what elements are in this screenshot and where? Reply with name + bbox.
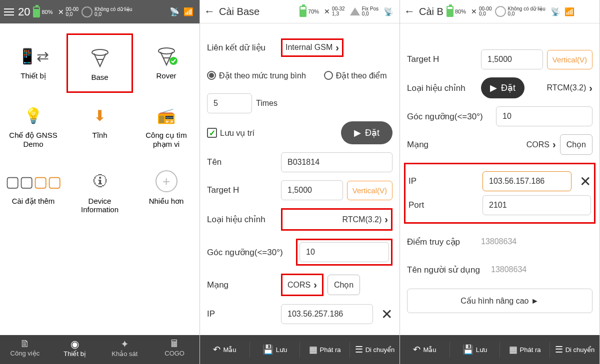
angle-label: Góc ngưỡng(<=30°)	[207, 247, 292, 258]
signal-icon: 📶	[184, 7, 194, 16]
status-bar: 20 80% ✕ 00-000,0 Không có dữ liệu0,0 📡 …	[0, 0, 200, 23]
tool-save[interactable]: 💾Lưu	[250, 342, 300, 357]
datalink-label: Liên kết dữ liệu	[207, 42, 277, 53]
access-point-label: Điểm truy cập	[407, 237, 477, 247]
name-label: Tên	[207, 157, 277, 167]
chevron-right-icon: ›	[552, 139, 556, 150]
tab-cogo[interactable]: 🖩COGO	[150, 335, 200, 364]
correction-select[interactable]: RTCM(3.2)›	[528, 82, 592, 94]
circle-icon	[82, 6, 92, 17]
svg-point-4	[170, 57, 178, 65]
choose-button[interactable]: Chọn	[560, 134, 592, 155]
tool-move[interactable]: ☰Di chuyển	[550, 342, 600, 357]
antenna-icon: 📡	[384, 7, 394, 16]
ip-label: IP	[408, 176, 478, 186]
grid-item-settings[interactable]: ▢▢▢▢Cài đặt thêm	[0, 159, 66, 224]
list-icon: ☰	[355, 344, 363, 355]
target-input[interactable]: 1,5000	[481, 49, 543, 69]
sat-count: 20	[18, 5, 30, 18]
tool-save[interactable]: 💾Lưu	[450, 342, 500, 357]
target-input[interactable]: 1,5000	[281, 180, 343, 200]
menu-icon[interactable]	[4, 8, 14, 15]
angle-input[interactable]: 10	[300, 242, 389, 262]
advanced-config[interactable]: Cấu hình nâng cao ►	[407, 289, 592, 313]
set-button[interactable]: ▶Đặt	[341, 121, 392, 144]
bottom-toolbar: ↶Mẫu 💾Lưu ▦Phát ra ☰Di chuyển	[200, 335, 400, 364]
status-bar: ← Cài B 80% ✕ 00-000,0 Không có dữ liệu0…	[400, 0, 600, 23]
satellite-icon: ✕	[471, 7, 477, 15]
chevron-right-icon: ›	[314, 279, 317, 291]
radio-average[interactable]: Đặt theo mức trung bình	[207, 71, 306, 80]
undo-icon: ↶	[413, 344, 420, 355]
vertical-button[interactable]: Vertical(V)	[347, 181, 392, 200]
clear-icon[interactable]: ✕	[381, 306, 392, 323]
save-icon: 💾	[462, 344, 474, 355]
triangle-icon	[350, 7, 360, 15]
grid-item-info[interactable]: 🛈Device Information	[66, 159, 133, 224]
grid-item-static[interactable]: ⬇Tĩnh	[66, 93, 133, 159]
back-icon[interactable]: ←	[404, 5, 415, 18]
grid-item-device[interactable]: 📱⇄Thiết bị	[0, 33, 66, 93]
target-label: Target H	[207, 185, 277, 195]
qr-icon: ▦	[509, 344, 518, 355]
target-label: Target H	[407, 54, 477, 64]
grid-item-range[interactable]: 📻Công cụ tìm phạm vi	[133, 93, 200, 159]
datalink-select[interactable]: Internal GSM›	[281, 38, 344, 57]
angle-label: Góc ngưỡng(<=30°)	[407, 111, 492, 122]
bottom-nav: 🗎Công việc ◉Thiết bị ✦Khảo sát 🖩COGO	[0, 335, 200, 364]
grid-item-rover[interactable]: Rover	[133, 33, 200, 93]
tool-broadcast[interactable]: ▦Phát ra	[300, 342, 350, 357]
tab-device[interactable]: ◉Thiết bị	[50, 335, 100, 364]
qr-icon: ▦	[309, 344, 318, 355]
ip-input[interactable]: 103.56.157.186	[482, 171, 572, 191]
access-point-value: 13808634	[481, 237, 516, 246]
back-icon[interactable]: ←	[204, 5, 215, 18]
status-bar: ← Cài Base 70% ✕ 00-321,3 Fix Pos0,0 📡	[200, 0, 400, 23]
save-pos-check[interactable]: ✓Lưu vụ trí	[207, 128, 254, 138]
tool-move[interactable]: ☰Di chuyển	[350, 342, 400, 357]
network-select[interactable]: CORS›	[281, 274, 324, 296]
username-label: Tên người sử dụng	[407, 265, 487, 275]
choose-button[interactable]: Chọn	[328, 275, 360, 295]
tool-template[interactable]: ↶Mẫu	[400, 342, 450, 357]
save-icon: 💾	[262, 344, 274, 355]
undo-icon: ↶	[213, 344, 220, 355]
correction-select[interactable]: RTCM(3.2)›	[281, 208, 392, 231]
list-icon: ☰	[555, 344, 563, 355]
port-input[interactable]: 2101	[482, 195, 591, 215]
chevron-right-icon: ›	[589, 82, 592, 94]
satellite-icon: ✕	[324, 7, 330, 15]
battery-icon	[300, 6, 306, 17]
satellite-icon: ✕	[58, 8, 64, 16]
play-icon: ▶	[354, 127, 361, 138]
set-button[interactable]: ▶Đặt	[481, 77, 524, 98]
antenna-icon: 📡	[550, 7, 560, 16]
username-value: 13808634	[491, 265, 526, 274]
vertical-button[interactable]: Vertical(V)	[547, 50, 592, 69]
tool-template[interactable]: ↶Mẫu	[200, 342, 250, 357]
port-label: Port	[408, 200, 478, 210]
network-label: Mạng	[207, 280, 277, 290]
grid-item-base[interactable]: Base	[66, 33, 133, 93]
correction-label: Loại hiệu chỉnh	[407, 83, 477, 93]
clear-icon[interactable]: ✕	[580, 173, 591, 190]
grid-item-gnss-demo[interactable]: 💡Chế độ GNSS Demo	[0, 93, 66, 159]
chevron-right-icon: ›	[336, 42, 339, 53]
ip-input[interactable]: 103.56.257.186	[281, 304, 373, 324]
network-select[interactable]: CORS›	[481, 139, 556, 150]
times-input[interactable]: 5	[207, 93, 252, 113]
angle-input[interactable]: 10	[496, 106, 592, 126]
radio-point[interactable]: Đặt theo điểm	[324, 71, 387, 80]
ip-label: IP	[207, 309, 277, 319]
play-icon: ▶	[490, 82, 497, 93]
name-input[interactable]: B031814	[281, 152, 392, 172]
device-grid: 📱⇄Thiết bị Base Rover 💡Chế độ GNSS Demo …	[0, 23, 200, 234]
tab-survey[interactable]: ✦Khảo sát	[100, 335, 150, 364]
network-label: Mạng	[407, 139, 477, 150]
battery-icon	[446, 6, 454, 17]
tool-broadcast[interactable]: ▦Phát ra	[500, 342, 550, 357]
grid-item-more[interactable]: +Nhiều hơn	[133, 159, 200, 224]
correction-label: Loại hiệu chỉnh	[207, 214, 277, 225]
tab-project[interactable]: 🗎Công việc	[0, 335, 50, 364]
signal-icon: 📶	[564, 7, 574, 16]
